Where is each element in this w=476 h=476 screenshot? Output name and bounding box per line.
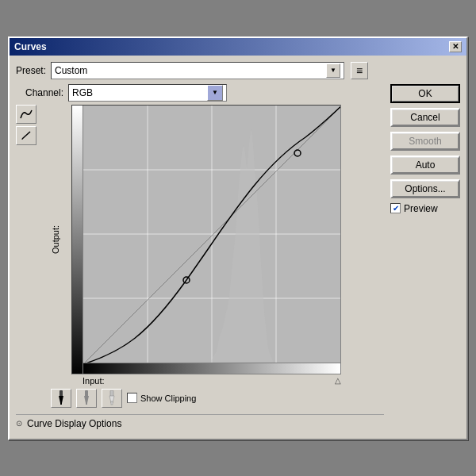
curve-tool-button[interactable] xyxy=(16,105,36,124)
white-point-eyedropper[interactable] xyxy=(102,389,122,408)
smooth-button[interactable]: Smooth xyxy=(390,132,460,151)
preview-label: Preview xyxy=(404,203,438,214)
channel-select[interactable]: RGB ▼ xyxy=(68,84,227,102)
curve-area: Output: xyxy=(16,105,384,408)
bottom-tools-row: Show Clipping xyxy=(40,389,341,408)
white-eyedropper-icon xyxy=(106,390,118,406)
gray-eyedropper-icon xyxy=(80,390,93,406)
svg-rect-17 xyxy=(111,401,113,405)
channel-label: Channel: xyxy=(16,87,63,98)
svg-rect-9 xyxy=(60,390,63,397)
white-point-triangle[interactable]: △ xyxy=(335,376,341,385)
close-button[interactable]: ✕ xyxy=(449,41,462,52)
curve-tool-icon xyxy=(20,109,33,120)
preview-row: ✔ Preview xyxy=(390,203,460,214)
show-clipping-checkbox[interactable] xyxy=(127,393,137,403)
preset-value: Custom xyxy=(55,65,326,76)
svg-marker-8 xyxy=(210,129,340,363)
black-point-eyedropper[interactable] xyxy=(51,389,71,408)
graph-section: Output: xyxy=(40,105,341,408)
preset-row: Preset: Custom ▼ ≡ xyxy=(16,62,460,79)
output-label-container: Output: xyxy=(40,105,71,374)
input-label: Input: xyxy=(83,376,105,386)
cancel-button[interactable]: Cancel xyxy=(390,108,460,127)
graph-with-ylabel: Output: xyxy=(40,105,341,374)
auto-button[interactable]: Auto xyxy=(390,155,460,175)
pencil-tool-icon xyxy=(20,130,33,141)
control-point-2[interactable] xyxy=(294,150,301,156)
channel-dropdown-arrow[interactable]: ▼ xyxy=(207,85,223,101)
options-button[interactable]: Options... xyxy=(390,179,460,198)
left-section: Channel: RGB ▼ xyxy=(16,84,384,432)
svg-rect-11 xyxy=(60,401,62,405)
gradient-bar-bottom xyxy=(83,363,340,374)
graph-area xyxy=(83,106,340,363)
channel-row: Channel: RGB ▼ xyxy=(16,84,384,102)
title-bar: Curves ✕ xyxy=(10,38,466,56)
gray-point-eyedropper[interactable] xyxy=(76,389,97,408)
dialog-title: Curves xyxy=(14,41,47,52)
svg-line-0 xyxy=(22,132,30,139)
show-clipping-label: Show Clipping xyxy=(140,393,196,403)
curve-display-options-row[interactable]: ⊙ Curve Display Options xyxy=(16,414,384,432)
pencil-tool-button[interactable] xyxy=(16,126,36,145)
histogram xyxy=(210,129,340,363)
dialog-body: Preset: Custom ▼ ≡ Channel: RGB ▼ xyxy=(10,56,466,439)
expand-icon: ⊙ xyxy=(16,419,22,428)
output-label: Output: xyxy=(51,225,60,253)
preset-dropdown-arrow[interactable]: ▼ xyxy=(326,63,340,78)
channel-value: RGB xyxy=(72,87,207,98)
curve-svg xyxy=(83,106,340,363)
show-clipping-container: Show Clipping xyxy=(127,393,196,403)
preset-options-icon[interactable]: ≡ xyxy=(351,62,368,79)
ok-button[interactable]: OK xyxy=(390,84,460,103)
preset-select[interactable]: Custom ▼ xyxy=(51,62,344,79)
right-panel: OK Cancel Smooth Auto Options... ✔ Previ… xyxy=(390,84,460,432)
curves-dialog: Curves ✕ Preset: Custom ▼ ≡ Channel: RGB xyxy=(8,36,468,440)
gradient-bar-left xyxy=(72,106,83,374)
curve-tools-col xyxy=(16,105,36,408)
svg-rect-14 xyxy=(86,401,87,405)
curve-graph[interactable] xyxy=(71,105,341,374)
black-eyedropper-icon xyxy=(55,390,67,406)
preview-checkbox[interactable]: ✔ xyxy=(390,203,401,213)
preset-label: Preset: xyxy=(16,65,46,76)
input-row: Input: △ xyxy=(40,376,341,386)
curve-display-options-label: Curve Display Options xyxy=(27,418,121,429)
svg-rect-12 xyxy=(85,390,88,397)
main-content: Channel: RGB ▼ xyxy=(16,84,460,432)
